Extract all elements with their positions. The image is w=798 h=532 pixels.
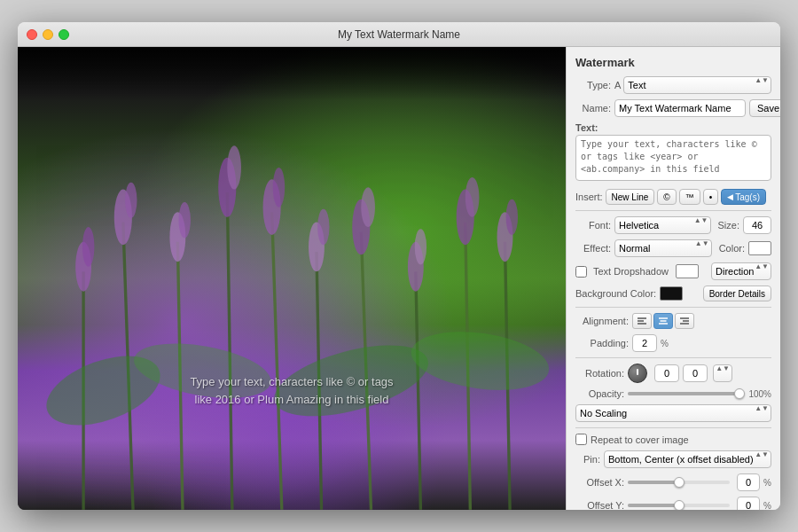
- svg-line-7: [416, 272, 421, 510]
- scaling-select[interactable]: No Scaling: [575, 404, 771, 422]
- insert-tm-button[interactable]: ™: [679, 189, 700, 205]
- content-area: Type your text, characters like © or tag…: [18, 47, 780, 510]
- type-select-wrap: A Text ▲▼: [614, 76, 771, 94]
- main-window: My Text Watermark Name: [18, 22, 780, 510]
- traffic-lights: [27, 29, 69, 40]
- minimize-button[interactable]: [43, 29, 53, 40]
- type-row: Type: A Text ▲▼: [575, 76, 771, 94]
- padding-input[interactable]: [632, 334, 657, 352]
- dropshadow-row: Text Dropshadow Direction ▲▼: [575, 262, 771, 280]
- offset-x-slider[interactable]: [628, 481, 730, 484]
- effect-select[interactable]: Normal: [614, 239, 712, 257]
- border-details-button[interactable]: Border Details: [703, 286, 771, 301]
- insert-row: Insert: New Line © ™ • ◀ Tag(s): [575, 189, 771, 205]
- dropshadow-checkbox[interactable]: [575, 266, 587, 278]
- padding-label: Padding:: [575, 338, 629, 348]
- offset-y-label: Offset Y:: [575, 500, 624, 510]
- svg-point-27: [466, 177, 480, 217]
- svg-point-29: [506, 200, 518, 235]
- dropshadow-swatch[interactable]: [676, 264, 699, 278]
- text-label: Text:: [575, 122, 771, 133]
- dropshadow-label: Text Dropshadow: [593, 266, 669, 277]
- effect-label: Effect:: [575, 243, 611, 254]
- color-swatch[interactable]: [748, 241, 771, 255]
- padding-row: Padding: %: [575, 334, 771, 352]
- svg-point-19: [273, 168, 285, 207]
- alignment-label: Alignment:: [575, 316, 629, 326]
- svg-point-13: [125, 183, 137, 218]
- opacity-label: Opacity:: [575, 388, 624, 399]
- text-area-wrap: Text:: [575, 122, 771, 184]
- watermark-overlay: Type your text, characters like © or tag…: [168, 373, 416, 408]
- bg-color-swatch[interactable]: [660, 286, 683, 301]
- offset-x-label: Offset X:: [575, 477, 624, 488]
- save-button[interactable]: Save: [749, 99, 780, 117]
- insert-tags-button[interactable]: ◀ Tag(s): [721, 189, 766, 205]
- align-right-button[interactable]: [675, 313, 694, 329]
- rotation-knob[interactable]: [628, 364, 647, 383]
- watermark-line1: Type your text, characters like © or tag…: [190, 375, 393, 388]
- effect-row: Effect: Normal ▲▼ Color:: [575, 239, 771, 257]
- divider-4: [575, 427, 771, 428]
- size-label: Size:: [718, 220, 739, 231]
- titlebar: My Text Watermark Name: [18, 22, 780, 47]
- svg-point-11: [82, 227, 94, 267]
- insert-bullet-button[interactable]: •: [703, 189, 719, 205]
- preview-area: Type your text, characters like © or tag…: [18, 47, 566, 510]
- name-label: Name:: [575, 103, 611, 113]
- name-input[interactable]: [614, 99, 746, 117]
- padding-unit: %: [661, 339, 669, 348]
- svg-point-21: [317, 209, 329, 245]
- type-label: Type:: [575, 80, 611, 90]
- offset-y-row: Offset Y: %: [575, 497, 771, 510]
- rotation-y-input[interactable]: [683, 364, 708, 382]
- section-title: Watermark: [575, 56, 771, 69]
- tags-arrow-icon: ◀: [727, 192, 733, 201]
- svg-line-3: [227, 192, 232, 510]
- offset-x-row: Offset X: %: [575, 473, 771, 491]
- window-title: My Text Watermark Name: [338, 28, 460, 41]
- divider-2: [575, 307, 771, 308]
- svg-point-17: [227, 145, 241, 189]
- opacity-slider[interactable]: [628, 392, 739, 395]
- align-center-button[interactable]: [653, 313, 673, 329]
- direction-select[interactable]: Direction: [711, 262, 771, 280]
- scaling-row: No Scaling ▲▼: [575, 404, 771, 422]
- pin-row: Pin: Bottom, Center (x offset disabled) …: [575, 450, 771, 468]
- pin-select[interactable]: Bottom, Center (x offset disabled): [604, 450, 771, 468]
- rotation-label: Rotation:: [575, 368, 624, 379]
- font-select[interactable]: Helvetica: [614, 216, 711, 234]
- opacity-row: Opacity: 100%: [575, 388, 771, 399]
- svg-point-15: [178, 202, 190, 238]
- divider-1: [575, 210, 771, 211]
- bg-color-label: Background Color:: [575, 288, 656, 299]
- name-row: Name: Save: [575, 99, 771, 117]
- offset-y-slider[interactable]: [628, 504, 730, 507]
- rotation-stepper[interactable]: [713, 364, 732, 382]
- offset-x-input[interactable]: [737, 473, 760, 491]
- divider-3: [575, 357, 771, 358]
- bg-color-row: Background Color: Border Details: [575, 286, 771, 301]
- pin-label: Pin:: [575, 454, 600, 465]
- text-input[interactable]: [575, 135, 771, 181]
- maximize-button[interactable]: [59, 29, 69, 40]
- close-button[interactable]: [27, 29, 37, 40]
- type-select[interactable]: Text: [623, 76, 771, 94]
- watermark-line2: like 2016 or Plum Amazing in this field: [195, 393, 389, 406]
- svg-point-33: [408, 324, 553, 398]
- size-input[interactable]: [743, 216, 771, 234]
- text-type-icon: A: [614, 80, 621, 90]
- insert-newline-button[interactable]: New Line: [606, 189, 655, 205]
- align-left-button[interactable]: [632, 313, 652, 329]
- repeat-label: Repeat to cover image: [591, 434, 689, 445]
- sidebar: Watermark Type: A Text ▲▼ Name:: [566, 47, 780, 510]
- offset-y-input[interactable]: [737, 497, 760, 510]
- insert-copyright-button[interactable]: ©: [657, 189, 676, 205]
- offset-y-unit: %: [763, 501, 771, 511]
- rotation-x-input[interactable]: [654, 364, 679, 382]
- opacity-value: 100%: [747, 389, 771, 399]
- insert-label: Insert:: [575, 192, 603, 202]
- repeat-checkbox[interactable]: [575, 434, 587, 445]
- font-label: Font:: [575, 220, 611, 231]
- color-label: Color:: [719, 243, 745, 254]
